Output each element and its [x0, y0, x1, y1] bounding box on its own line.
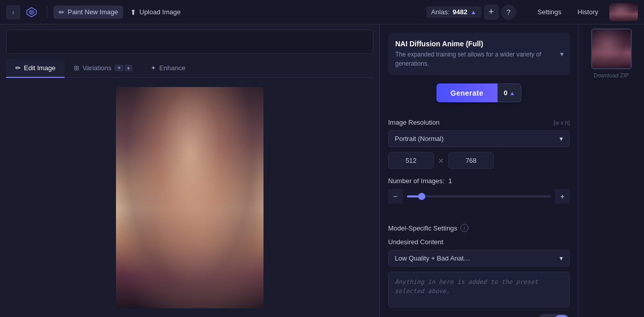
- images-minus-button[interactable]: −: [388, 189, 403, 204]
- add-anlas-button[interactable]: +: [484, 5, 499, 20]
- cost-arrow-icon: ▲: [510, 90, 515, 96]
- resolution-hint: [w x h]: [553, 120, 570, 126]
- resolution-label: Image Resolution: [388, 119, 440, 126]
- variations-label: Variations: [82, 64, 111, 72]
- images-value: 1: [449, 177, 452, 185]
- settings-label: Settings: [538, 8, 562, 16]
- right-panel: NAI Diffusion Anime (Full) The expanded …: [379, 24, 578, 317]
- images-slider[interactable]: [407, 195, 551, 197]
- variations-icon: ⊞: [74, 64, 79, 72]
- model-settings-label: Model-Specific Settings: [388, 224, 457, 232]
- model-expand-button[interactable]: ▾: [560, 50, 564, 58]
- anlas-arrow-icon: ▲: [471, 9, 477, 16]
- anlas-display: Anlas: 9482 ▲: [426, 6, 482, 18]
- model-title: NAI Diffusion Anime (Full): [395, 40, 563, 48]
- canvas-area: [6, 78, 373, 317]
- edit-image-label: Edit Image: [24, 64, 55, 72]
- resolution-header: Image Resolution [w x h]: [388, 119, 570, 126]
- paint-new-image-button[interactable]: ✏ Paint New Image: [53, 6, 123, 19]
- help-button[interactable]: ?: [501, 5, 516, 20]
- images-plus-button[interactable]: +: [555, 189, 570, 204]
- logo: [24, 5, 39, 19]
- variations-badges: ✦ ♦: [114, 65, 132, 71]
- upload-image-button[interactable]: ⬆ Upload Image: [125, 6, 186, 19]
- cost-value: 0: [504, 89, 507, 97]
- tab-edit-image[interactable]: ✏ Edit Image: [6, 59, 65, 78]
- back-icon: ‹: [12, 8, 15, 16]
- times-icon: ✕: [438, 157, 444, 165]
- history-thumb-image: [592, 30, 631, 68]
- paint-new-image-label: Paint New Image: [68, 8, 118, 16]
- undesired-content-label: Undesired Content: [388, 238, 570, 246]
- slider-thumb[interactable]: [418, 193, 425, 200]
- badge-2: ♦: [125, 65, 132, 71]
- edit-icon: ✏: [15, 64, 21, 72]
- info-icon[interactable]: i: [460, 224, 469, 232]
- images-slider-row: − +: [388, 189, 570, 204]
- image-content: [116, 87, 264, 308]
- svg-marker-1: [29, 9, 35, 15]
- resolution-preset-label: Portrait (Normal): [395, 135, 444, 142]
- resolution-section: Image Resolution [w x h] Portrait (Norma…: [388, 119, 570, 169]
- undesired-preset-select[interactable]: Low Quality + Bad Anat… ▾: [388, 250, 570, 267]
- paint-icon: ✏: [58, 8, 65, 16]
- anlas-value: 9482: [453, 8, 467, 16]
- nav-divider: [47, 6, 47, 18]
- undesired-section: Undesired Content Low Quality + Bad Anat…: [388, 238, 570, 309]
- generate-cost: 0 ▲: [497, 83, 521, 102]
- width-input[interactable]: [388, 152, 434, 169]
- model-desc: The expanded training set allows for a w…: [395, 50, 563, 68]
- badge-1: ✦: [114, 65, 124, 71]
- generate-widget: Generate 0 ▲: [436, 83, 522, 102]
- tabs-bar: ✏ Edit Image ⊞ Variations ✦ ♦ ✦ Enhance: [6, 59, 373, 78]
- back-button[interactable]: ‹: [6, 5, 20, 19]
- toggle-on[interactable]: [554, 315, 569, 317]
- model-settings-header: Model-Specific Settings i: [388, 224, 570, 232]
- toggle-off[interactable]: [539, 315, 553, 317]
- enhance-icon: ✦: [151, 64, 156, 72]
- undesired-textarea[interactable]: Anything in here is added to the preset …: [388, 272, 570, 307]
- images-header: Number of Images: 1: [388, 177, 570, 185]
- quality-tags-toggle[interactable]: [538, 314, 570, 317]
- prompt-input[interactable]: [6, 30, 373, 54]
- download-zip-button[interactable]: Download ZIP: [594, 72, 629, 78]
- undesired-chevron-icon: ▾: [560, 254, 563, 262]
- topnav: ‹ ✏ Paint New Image ⬆ Upload Image Anlas…: [0, 0, 644, 24]
- resolution-inputs: ✕: [388, 152, 570, 169]
- anlas-label: Anlas:: [431, 8, 450, 16]
- model-card: NAI Diffusion Anime (Full) The expanded …: [388, 33, 570, 75]
- images-section: Number of Images: 1 − +: [388, 177, 570, 204]
- tab-variations[interactable]: ⊞ Variations ✦ ♦: [65, 59, 141, 78]
- tab-enhance[interactable]: ✦ Enhance: [141, 59, 194, 78]
- upload-image-label: Upload Image: [139, 8, 181, 16]
- left-panel: ✏ Edit Image ⊞ Variations ✦ ♦ ✦ Enhance: [0, 24, 379, 317]
- history-label: History: [578, 8, 598, 16]
- resolution-chevron-icon: ▾: [560, 135, 563, 142]
- generate-button[interactable]: Generate: [436, 83, 498, 102]
- settings-button[interactable]: Settings: [531, 6, 569, 18]
- add-quality-row: Add Quality Tags: [388, 314, 570, 317]
- height-input[interactable]: [448, 152, 494, 169]
- enhance-label: Enhance: [159, 64, 185, 72]
- history-thumbnail[interactable]: [591, 28, 632, 69]
- main-content: ✏ Edit Image ⊞ Variations ✦ ♦ ✦ Enhance: [0, 24, 644, 317]
- upload-icon: ⬆: [130, 8, 136, 16]
- resolution-preset-select[interactable]: Portrait (Normal) ▾: [388, 130, 570, 147]
- history-panel: Download ZIP: [578, 24, 644, 317]
- undesired-preset-label: Low Quality + Bad Anat…: [395, 254, 471, 262]
- history-avatar[interactable]: [609, 3, 638, 21]
- main-image: [116, 87, 264, 308]
- images-label: Number of Images:: [388, 177, 445, 185]
- history-button[interactable]: History: [571, 6, 605, 18]
